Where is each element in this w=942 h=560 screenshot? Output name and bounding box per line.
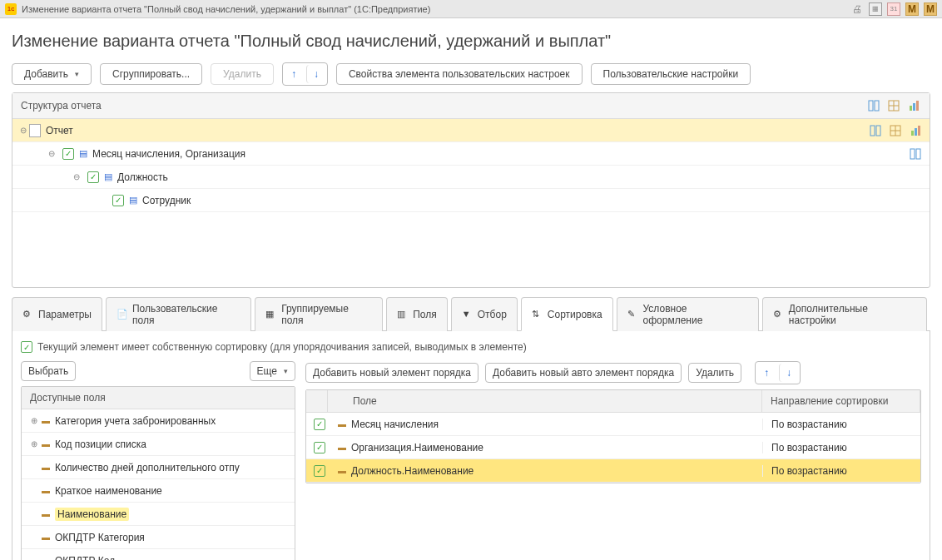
print-icon[interactable]: 🖨 [850,2,864,16]
sort-move-up-button[interactable] [757,364,776,382]
available-field-row[interactable]: ⊕▬Категория учета забронированных [22,409,295,433]
columns-icon[interactable] [866,98,881,113]
own-sort-checkbox[interactable]: ✓ [21,341,32,353]
tab-filter[interactable]: ▼Отбор [451,297,518,331]
fields-icon: ▥ [397,309,409,320]
chart-icon[interactable] [906,98,921,113]
available-fields-grid: Доступные поля ⊕▬Категория учета заброни… [21,386,295,560]
expand-icon[interactable]: ⊖ [46,149,57,158]
group-icon: ▦ [265,309,277,320]
checkbox[interactable]: ✓ [62,148,74,160]
group-button[interactable]: Сгруппировать... [100,63,202,85]
calendar-icon[interactable]: ▦ [869,2,882,16]
tree-row[interactable]: ⊖ ✓ ▤ Должность [12,166,930,189]
sort-row[interactable]: ✓▬Организация.НаименованиеПо возрастанию [306,436,920,459]
calendar-31-icon[interactable]: 31 [887,2,900,16]
tree-row[interactable]: ⊖ ✓ ▤ Сотрудник [12,189,930,212]
grouping-icon: ▤ [129,195,137,206]
titlebar-actions: 🖨 ▦ 31 M M [850,2,937,16]
svg-rect-6 [913,103,915,111]
more-button[interactable]: Еще [250,361,295,381]
tab-user-fields[interactable]: 📄Пользовательские поля [106,297,251,331]
expand-icon[interactable]: ⊕ [27,439,42,448]
svg-rect-9 [876,126,880,136]
available-field-row[interactable]: ⊕▬Код позиции списка [22,433,295,456]
field-icon: ▬ [42,533,55,542]
sort-direction: По возрастанию [762,419,920,430]
sort-direction: По возрастанию [762,442,920,453]
tree-label: Сотрудник [142,195,191,206]
available-field-row[interactable]: ▬ОКПДТР Категория [22,526,295,549]
tab-group-fields[interactable]: ▦Группируемые поля [255,297,383,331]
structure-tree: ⊖ Отчет ⊖ ✓ ▤ Месяц начисления, Организа… [12,119,930,212]
svg-rect-0 [869,101,873,111]
field-icon: ▬ [338,466,346,475]
svg-rect-15 [918,126,920,136]
sort-tab-content: ✓ Текущий элемент имеет собственную сорт… [12,331,930,560]
structure-header-label: Структура отчета [21,100,102,112]
expand-icon[interactable]: ⊖ [71,172,82,181]
table-icon[interactable] [888,123,903,138]
field-icon: ▬ [42,463,55,472]
arrow-up-icon [764,367,769,379]
custom-props-button[interactable]: Свойства элемента пользовательских настр… [336,63,583,85]
m-icon-1[interactable]: M [905,2,919,16]
available-field-row[interactable]: ▬Наименование [22,503,295,526]
svg-rect-7 [916,101,919,111]
expand-icon[interactable]: ⊕ [27,416,42,425]
grouping-icon: ▤ [104,171,112,182]
sliders-icon: ⚙ [22,309,34,320]
tab-fields[interactable]: ▥Поля [386,297,448,331]
available-field-row[interactable]: ▬ОКПДТР Код [22,549,295,560]
table-icon[interactable] [886,98,901,113]
sort-row-checkbox[interactable]: ✓ [314,419,325,430]
sort-row[interactable]: ✓▬Должность.НаименованиеПо возрастанию [306,459,920,483]
tree-row[interactable]: ⊖ ✓ ▤ Месяц начисления, Организация [12,142,930,166]
columns-icon[interactable] [868,123,883,138]
sort-header-field: Поле [328,390,762,412]
sort-row-checkbox[interactable]: ✓ [314,442,325,453]
report-icon [29,124,41,137]
available-field-row[interactable]: ▬Краткое наименование [22,479,295,503]
move-down-button[interactable] [306,65,325,83]
tab-extra[interactable]: ⚙Дополнительные настройки [762,297,927,331]
choose-button[interactable]: Выбрать [21,361,76,381]
settings-icon: ⚙ [773,309,785,320]
sort-row[interactable]: ✓▬Месяц начисленияПо возрастанию [306,413,920,436]
field-icon: ▬ [42,556,55,560]
sort-header-direction: Направление сортировки [762,390,920,412]
available-field-row[interactable]: ▬Количество дней дополнительного отпу [22,456,295,479]
tab-cond-format[interactable]: ✎Условное оформление [617,297,759,331]
tab-sort[interactable]: ⇅Сортировка [521,297,613,331]
move-up-button[interactable] [285,65,303,83]
tab-parameters[interactable]: ⚙Параметры [12,297,102,331]
sort-icon: ⇅ [532,309,543,320]
add-auto-sort-elem-button[interactable]: Добавить новый авто элемент порядка [485,363,682,383]
sort-row-checkbox[interactable]: ✓ [314,465,325,477]
field-label: Категория учета забронированных [55,415,290,427]
sort-header-check [306,390,328,412]
field-label: ОКПДТР Категория [55,532,290,543]
settings-tabs: ⚙Параметры 📄Пользовательские поля ▦Групп… [12,296,930,331]
svg-rect-1 [875,101,879,111]
field-label: Код позиции списка [55,439,290,450]
add-sort-elem-button[interactable]: Добавить новый элемент порядка [305,363,478,383]
tree-root-row[interactable]: ⊖ Отчет [12,119,930,142]
chart-icon[interactable] [908,123,923,138]
field-label: Наименование [55,508,290,520]
checkbox[interactable]: ✓ [87,171,99,183]
add-button[interactable]: Добавить [12,63,92,85]
delete-sort-button[interactable]: Удалить [688,363,741,383]
sort-field-label: Организация.Наименование [351,442,483,453]
m-icon-2[interactable]: M [924,2,937,16]
sort-move-down-button[interactable] [779,364,798,382]
svg-rect-8 [870,126,875,136]
checkbox[interactable]: ✓ [112,195,124,206]
arrow-down-icon [786,367,791,379]
delete-button: Удалить [211,63,274,85]
columns-icon[interactable] [908,146,923,161]
structure-panel: Структура отчета ⊖ Отчет ⊖ ✓ [12,92,930,288]
user-settings-button[interactable]: Пользовательские настройки [591,63,751,85]
expand-icon[interactable]: ⊖ [17,126,29,135]
field-icon: ▬ [42,486,55,495]
